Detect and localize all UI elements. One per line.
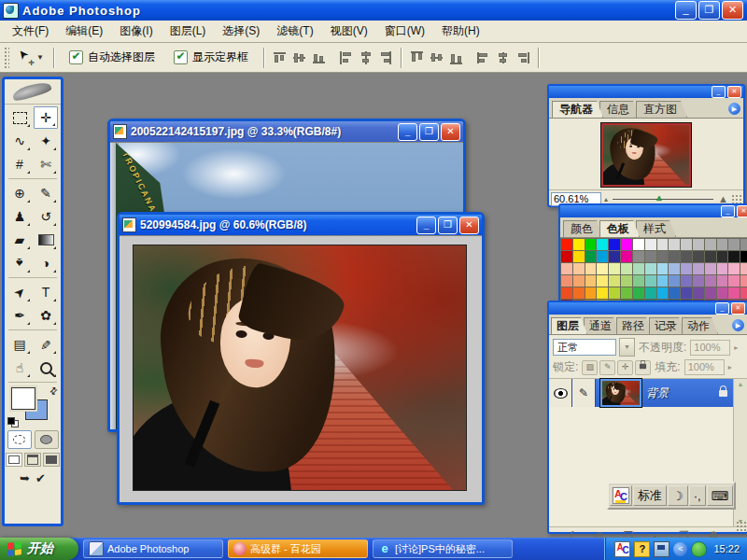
- align-bottom-edges-icon[interactable]: [311, 50, 327, 65]
- gradient-tool[interactable]: [34, 229, 58, 251]
- swatch-1-11[interactable]: [693, 251, 704, 262]
- layer-name[interactable]: 背景: [646, 385, 719, 401]
- doc2-maximize-button[interactable]: ❐: [438, 217, 458, 234]
- task-qq-group[interactable]: 高级群 - 百花园: [228, 539, 368, 558]
- tab-info[interactable]: 信息: [599, 101, 640, 118]
- swatch-4-3[interactable]: [597, 287, 608, 299]
- align-vertical-centers-icon[interactable]: [291, 50, 307, 65]
- swatch-4-6[interactable]: [633, 287, 644, 299]
- swatch-4-5[interactable]: [621, 287, 632, 299]
- swatch-3-7[interactable]: [645, 275, 656, 287]
- swatch-3-3[interactable]: [597, 275, 608, 287]
- hand-tool[interactable]: ☝: [7, 357, 32, 379]
- tab-color[interactable]: 颜色: [563, 220, 603, 237]
- shape-tool[interactable]: ✿: [34, 304, 58, 327]
- default-colors-icon[interactable]: [7, 417, 19, 427]
- task-photoshop[interactable]: Adobe Photoshop: [83, 539, 223, 558]
- swatch-1-10[interactable]: [681, 251, 692, 262]
- quick-mask-mode-button[interactable]: [35, 430, 59, 449]
- swatch-2-9[interactable]: [669, 263, 680, 274]
- standard-screen-mode-button[interactable]: [6, 453, 22, 467]
- menu-item-4[interactable]: 选择(S): [214, 21, 268, 42]
- swatch-1-3[interactable]: [597, 251, 608, 262]
- navigator-titlebar[interactable]: _ ✕: [549, 86, 743, 98]
- swatch-3-6[interactable]: [633, 275, 644, 287]
- dodge-tool[interactable]: ◑: [34, 252, 58, 274]
- lock-image-icon[interactable]: ✎: [599, 360, 615, 375]
- swatch-3-13[interactable]: [717, 275, 728, 287]
- navigator-minimize-button[interactable]: _: [712, 86, 726, 98]
- swatch-4-8[interactable]: [657, 287, 669, 299]
- options-grip[interactable]: [4, 47, 9, 69]
- doc1-minimize-button[interactable]: _: [398, 123, 417, 141]
- rect-marquee-tool[interactable]: [7, 106, 32, 129]
- pen-tool[interactable]: ✒: [7, 304, 32, 327]
- menu-item-2[interactable]: 图像(I): [111, 21, 161, 42]
- layer-visibility-cell[interactable]: [549, 379, 572, 407]
- swatch-3-4[interactable]: [609, 275, 620, 287]
- swatch-4-12[interactable]: [705, 287, 716, 299]
- swatch-4-13[interactable]: [717, 287, 728, 299]
- swatch-0-11[interactable]: [693, 239, 704, 250]
- show-bounding-box-checkbox[interactable]: ✔ 显示定界框: [174, 49, 248, 65]
- toolbox-check-icon[interactable]: ✔: [35, 471, 46, 485]
- align-left-edges-icon[interactable]: [338, 50, 354, 65]
- swatch-4-14[interactable]: [728, 287, 740, 299]
- swatch-0-7[interactable]: [645, 239, 656, 250]
- zoom-out-icon[interactable]: ▴: [604, 195, 608, 203]
- distribute-top-edges-icon[interactable]: [409, 50, 425, 65]
- swatch-2-15[interactable]: [740, 263, 747, 274]
- document-window-2[interactable]: 520994584.jpg @ 60.6%(RGB/8) _ ❐ ✕: [117, 212, 485, 505]
- swatch-0-3[interactable]: [597, 239, 608, 250]
- swatch-4-7[interactable]: [645, 287, 656, 299]
- swatch-3-1[interactable]: [573, 275, 585, 287]
- doc2-titlebar[interactable]: 520994584.jpg @ 60.6%(RGB/8) _ ❐ ✕: [120, 215, 482, 235]
- swatch-4-11[interactable]: [693, 287, 704, 299]
- swatch-4-10[interactable]: [681, 287, 692, 299]
- swatch-1-6[interactable]: [633, 251, 644, 262]
- doc1-maximize-button[interactable]: ❐: [419, 123, 439, 141]
- app-close-button[interactable]: ✕: [722, 1, 743, 20]
- lasso-tool[interactable]: ∿: [7, 130, 32, 152]
- swatch-3-11[interactable]: [693, 275, 704, 287]
- standard-mode-button[interactable]: [7, 430, 32, 449]
- swatch-2-1[interactable]: [573, 263, 585, 274]
- tool-preset-dropdown-icon[interactable]: ▼: [36, 53, 44, 62]
- swatch-2-0[interactable]: [561, 263, 572, 274]
- swatch-3-2[interactable]: [585, 275, 597, 287]
- swatch-2-8[interactable]: [657, 263, 669, 274]
- swatch-3-10[interactable]: [681, 275, 692, 287]
- swatch-0-9[interactable]: [669, 239, 680, 250]
- swatch-1-4[interactable]: [609, 251, 620, 262]
- distribute-vertical-centers-icon[interactable]: [429, 50, 444, 65]
- tray-collapse-icon[interactable]: <: [673, 542, 687, 556]
- align-right-edges-icon[interactable]: [377, 50, 393, 65]
- menu-item-7[interactable]: 窗口(W): [376, 21, 433, 42]
- navigator-close-button[interactable]: ✕: [727, 86, 741, 98]
- swatch-0-5[interactable]: [621, 239, 632, 250]
- swatch-0-13[interactable]: [717, 239, 728, 250]
- layers-resize-grip[interactable]: [736, 521, 746, 531]
- foreground-color-swatch[interactable]: [11, 387, 35, 410]
- swatch-1-0[interactable]: [561, 251, 572, 262]
- task-ie-discussion[interactable]: e [讨论]PS中的秘密...: [373, 539, 513, 558]
- swatch-1-8[interactable]: [657, 251, 669, 262]
- swatch-0-8[interactable]: [657, 239, 669, 250]
- lock-all-icon[interactable]: [635, 360, 651, 375]
- fill-field[interactable]: 100%: [684, 359, 725, 375]
- tray-ime-icon[interactable]: AC: [614, 541, 630, 557]
- swatch-1-1[interactable]: [573, 251, 585, 262]
- swatch-3-12[interactable]: [705, 275, 716, 287]
- layer-thumbnail[interactable]: [600, 379, 641, 407]
- magic-wand-tool[interactable]: ✦: [34, 130, 58, 152]
- swatch-4-2[interactable]: [585, 287, 597, 299]
- slice-tool[interactable]: ✄: [34, 153, 58, 175]
- swatch-4-1[interactable]: [573, 287, 585, 299]
- checkbox-checked-icon[interactable]: ✔: [69, 50, 83, 64]
- swatch-3-15[interactable]: [740, 275, 747, 287]
- tab-swatches[interactable]: 色板: [599, 220, 640, 237]
- ime-language-bar[interactable]: AC 标准 ☽ ·, ⌨: [607, 482, 736, 510]
- align-horizontal-centers-icon[interactable]: [358, 50, 374, 65]
- current-tool-indicator[interactable]: ➤✛ ▼: [13, 49, 48, 66]
- tray-network-icon[interactable]: [654, 541, 669, 557]
